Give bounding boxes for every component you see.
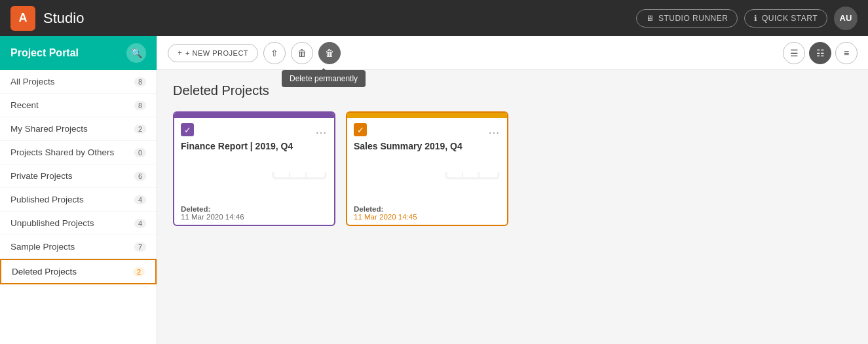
sidebar-item-label: Private Projects — [10, 171, 73, 181]
new-project-button[interactable]: + + NEW PROJECT — [168, 44, 258, 62]
app-logo: A — [10, 6, 35, 31]
sidebar-item-label: Unpublished Projects — [10, 218, 94, 228]
studio-runner-icon: 🖥 — [646, 14, 654, 23]
sidebar-item-unpublished-projects[interactable]: Unpublished Projects 4 — [0, 212, 157, 235]
nav-badge: 7 — [134, 242, 146, 252]
toolbar-right: ☰ ☷ ≡ — [783, 42, 858, 64]
card-body — [174, 172, 334, 200]
sidebar-item-label: Published Projects — [10, 195, 84, 204]
filter-button[interactable]: ≡ — [835, 42, 858, 64]
nav-badge: 0 — [134, 148, 146, 157]
content-area: Deleted Projects ✓ … Finance Report | 20… — [157, 70, 868, 344]
card-deleted-info: Deleted: 11 Mar 2020 14:45 — [347, 200, 507, 225]
sidebar-item-label: Projects Shared by Others — [10, 147, 114, 157]
sidebar-item-sample-projects[interactable]: Sample Projects 7 — [0, 235, 157, 259]
project-card-finance-report[interactable]: ✓ … Finance Report | 2019, Q4 Deleted: 1… — [173, 111, 335, 226]
sidebar: Project Portal 🔍 All Projects 8Recent 8M… — [0, 36, 157, 344]
list-view-icon: ☰ — [790, 48, 799, 58]
card-deleted-date: 11 Mar 2020 14:46 — [181, 213, 328, 221]
user-avatar[interactable]: AU — [834, 7, 858, 30]
studio-runner-button[interactable]: 🖥 STUDIO RUNNER — [636, 9, 738, 28]
nav-badge: 8 — [134, 77, 146, 86]
card-header: ✓ … — [174, 118, 334, 140]
sidebar-item-projects-shared-by-others[interactable]: Projects Shared by Others 0 — [0, 141, 157, 164]
sidebar-title: Project Portal — [10, 47, 79, 59]
page-title: Deleted Projects — [173, 83, 852, 98]
sidebar-search-button[interactable]: 🔍 — [126, 43, 146, 63]
sidebar-item-private-projects[interactable]: Private Projects 6 — [0, 164, 157, 188]
quick-start-button[interactable]: ℹ QUICK START — [744, 9, 827, 28]
sidebar-item-deleted-projects[interactable]: Deleted Projects 2 — [0, 259, 157, 284]
card-deleted-info: Deleted: 11 Mar 2020 14:46 — [174, 200, 334, 225]
card-deleted-label: Deleted: — [354, 205, 500, 213]
nav-badge: 8 — [134, 101, 146, 110]
plus-icon: + — [178, 48, 182, 58]
sidebar-nav: All Projects 8Recent 8My Shared Projects… — [0, 70, 157, 344]
delete-permanently-tooltip: Delete permanently — [282, 70, 366, 87]
project-card-sales-summary[interactable]: ✓ … Sales Summary 2019, Q4 Deleted: 11 M… — [346, 111, 508, 226]
nav-badge: 2 — [133, 267, 145, 277]
card-title: Finance Report | 2019, Q4 — [174, 140, 334, 172]
search-icon: 🔍 — [131, 48, 142, 58]
cards-grid: ✓ … Finance Report | 2019, Q4 Deleted: 1… — [173, 111, 852, 226]
header-buttons: 🖥 STUDIO RUNNER ℹ QUICK START AU — [636, 7, 858, 30]
app-header: A Studio 🖥 STUDIO RUNNER ℹ QUICK START A… — [0, 0, 868, 36]
app-title: Studio — [43, 10, 628, 27]
restore-button[interactable]: 🗑 — [291, 42, 313, 64]
upload-icon: ⇧ — [271, 48, 278, 58]
card-body — [347, 172, 507, 200]
card-menu-icon[interactable]: … — [315, 123, 328, 137]
nav-badge: 6 — [134, 172, 146, 181]
card-color-bar — [174, 113, 334, 118]
toolbar: + + NEW PROJECT ⇧ 🗑 🗑 Delete permanently… — [157, 36, 868, 70]
main-content-area: + + NEW PROJECT ⇧ 🗑 🗑 Delete permanently… — [157, 36, 868, 344]
nav-badge: 4 — [134, 219, 146, 228]
card-deleted-label: Deleted: — [181, 205, 328, 213]
sidebar-item-label: Recent — [10, 100, 39, 110]
sidebar-item-label: Sample Projects — [10, 242, 75, 252]
card-header: ✓ … — [347, 118, 507, 140]
sidebar-item-my-shared-projects[interactable]: My Shared Projects 2 — [0, 117, 157, 141]
sidebar-item-all-projects[interactable]: All Projects 8 — [0, 70, 157, 94]
card-checkbox[interactable]: ✓ — [354, 123, 367, 136]
sidebar-item-published-projects[interactable]: Published Projects 4 — [0, 188, 157, 212]
sidebar-header: Project Portal 🔍 — [0, 36, 157, 70]
sidebar-item-label: My Shared Projects — [10, 124, 88, 134]
nav-badge: 2 — [134, 124, 146, 134]
info-icon: ℹ — [754, 14, 758, 23]
card-title: Sales Summary 2019, Q4 — [347, 140, 507, 172]
sidebar-item-recent[interactable]: Recent 8 — [0, 94, 157, 117]
sidebar-item-label: All Projects — [10, 77, 55, 86]
sidebar-item-label: Deleted Projects — [12, 267, 77, 277]
list-view-button[interactable]: ☰ — [783, 42, 805, 64]
nav-badge: 4 — [134, 195, 146, 204]
delete-permanently-button[interactable]: 🗑 — [318, 42, 341, 64]
filter-icon: ≡ — [844, 48, 849, 58]
grid-view-button[interactable]: ☷ — [809, 42, 831, 64]
svg-rect-6 — [446, 172, 499, 178]
restore-icon: 🗑 — [297, 48, 307, 58]
svg-rect-0 — [273, 172, 326, 178]
card-deleted-date: 11 Mar 2020 14:45 — [354, 213, 500, 221]
delete-icon: 🗑 — [325, 48, 334, 58]
grid-view-icon: ☷ — [816, 48, 825, 58]
card-color-bar — [347, 113, 507, 118]
main-layout: Project Portal 🔍 All Projects 8Recent 8M… — [0, 36, 868, 344]
card-menu-icon[interactable]: … — [488, 123, 500, 137]
card-checkbox[interactable]: ✓ — [181, 123, 194, 136]
upload-button[interactable]: ⇧ — [263, 42, 286, 64]
